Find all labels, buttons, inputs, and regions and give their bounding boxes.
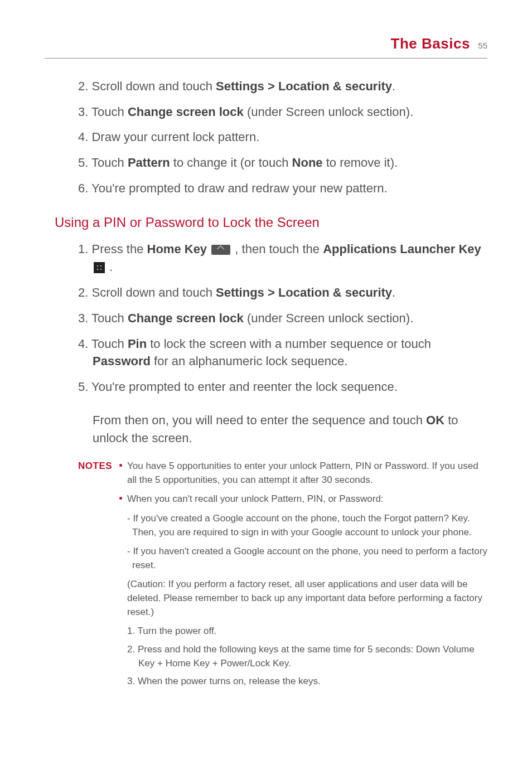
notes-bullet: When you can't recall your unlock Patter… — [119, 492, 487, 506]
followup-text: From then on, you will need to enter the… — [78, 411, 487, 447]
page-header: The Basics 55 — [45, 33, 487, 59]
step-item: 6. You're prompted to draw and redraw yo… — [78, 180, 487, 197]
content-area: 2. Scroll down and touch Settings > Loca… — [45, 78, 487, 693]
launcher-key-icon — [94, 262, 105, 273]
notes-caution: (Caution: If you perform a factory reset… — [119, 578, 487, 619]
notes-label: NOTES — [78, 459, 119, 473]
page-title: The Basics — [391, 35, 470, 52]
step-item: 5. Touch Pattern to change it (or touch … — [78, 154, 487, 172]
pin-steps-list: 1. Press the Home Key , then touch the A… — [78, 240, 487, 396]
notes-inner-list: 1. Turn the power off. 2. Press and hold… — [119, 624, 487, 689]
step-item: 3. Touch Change screen lock (under Scree… — [78, 103, 487, 121]
notes-dash: - If you haven't created a Google accoun… — [124, 545, 487, 572]
step-item: 2. Scroll down and touch Settings > Loca… — [78, 78, 487, 95]
step-item: 5. You're prompted to enter and reenter … — [78, 378, 487, 396]
notes-inner-item: 1. Turn the power off. — [127, 624, 487, 638]
step-item: 4. Touch Pin to lock the screen with a n… — [78, 335, 487, 371]
section-heading: Using a PIN or Password to Lock the Scre… — [55, 213, 487, 233]
notes-body: You have 5 opportunities to enter your u… — [119, 459, 487, 693]
notes-bullet: You have 5 opportunities to enter your u… — [119, 459, 487, 487]
step-item: 1. Press the Home Key , then touch the A… — [78, 240, 487, 276]
notes-inner-item: 2. Press and hold the following keys at … — [127, 643, 487, 670]
home-key-icon — [211, 245, 230, 255]
step-item: 2. Scroll down and touch Settings > Loca… — [78, 284, 487, 302]
step-item: 4. Draw your current lock pattern. — [78, 128, 487, 146]
notes-dash: - If you've created a Google account on … — [124, 512, 487, 539]
notes-inner-item: 3. When the power turns on, release the … — [127, 675, 487, 689]
notes-block: NOTES You have 5 opportunities to enter … — [78, 459, 487, 693]
page-number: 55 — [478, 41, 487, 50]
step-item: 3. Touch Change screen lock (under Scree… — [78, 309, 487, 327]
top-steps-list: 2. Scroll down and touch Settings > Loca… — [78, 78, 487, 197]
